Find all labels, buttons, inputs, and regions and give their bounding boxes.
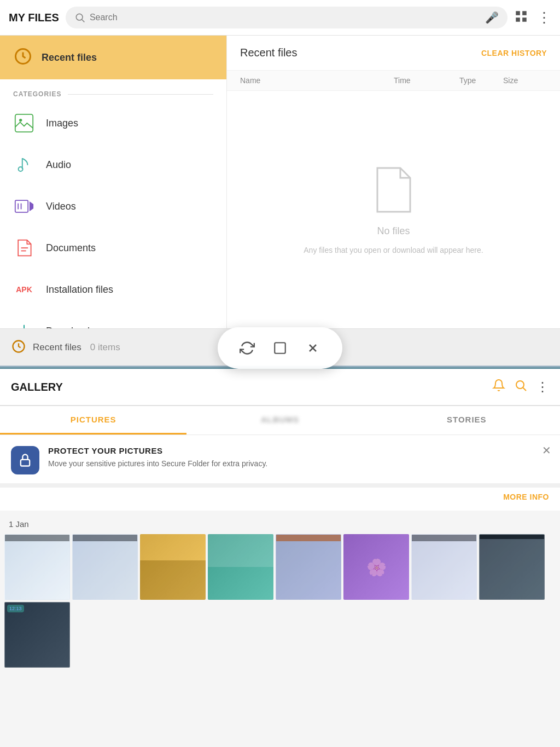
sidebar-item-audio-label: Audio — [46, 159, 71, 171]
svg-rect-20 — [275, 343, 285, 354]
more-info-button[interactable]: MORE INFO — [503, 493, 549, 501]
bell-icon[interactable] — [492, 379, 505, 395]
gallery-thumb-4[interactable] — [208, 534, 273, 600]
content-title: Recent files — [240, 47, 298, 59]
svg-point-23 — [516, 381, 524, 389]
sidebar-item-downloads[interactable]: Downloads — [0, 310, 226, 328]
protect-close-button[interactable]: ✕ — [542, 444, 551, 457]
svg-point-8 — [19, 119, 22, 121]
gallery-thumb-1[interactable] — [4, 534, 70, 600]
downloads-arrow-svg — [15, 321, 33, 328]
tab-albums[interactable]: ALBUMS — [186, 406, 373, 435]
sidebar-item-videos-label: Videos — [46, 201, 76, 212]
gallery-row-2: 12:13 — [4, 602, 556, 668]
sidebar-item-documents[interactable]: Documents — [0, 227, 226, 269]
sidebar-item-images-label: Images — [46, 118, 78, 129]
tab-pictures[interactable]: PICTURES — [0, 406, 186, 435]
status-label: Recent files — [33, 342, 81, 353]
gallery-search-icon[interactable] — [514, 379, 527, 395]
empty-state: No files Any files that you open or down… — [227, 91, 560, 328]
audio-icon — [13, 154, 35, 176]
svg-rect-5 — [522, 18, 527, 22]
videos-icon-svg — [14, 196, 34, 216]
sidebar: Recent files CATEGORIES Images — [0, 36, 227, 328]
gallery-thumb-9[interactable]: 12:13 — [4, 602, 70, 668]
gallery-thumb-7[interactable] — [411, 534, 477, 600]
apk-label-text: APK — [16, 285, 32, 294]
nav-buttons — [218, 327, 342, 369]
grid-view-icon[interactable] — [514, 9, 528, 26]
sidebar-item-videos[interactable]: Videos — [0, 186, 226, 227]
app-title: MY FILES — [9, 11, 59, 24]
protect-title: PROTECT YOUR PICTURES — [48, 446, 549, 455]
svg-marker-12 — [30, 202, 33, 210]
square-button[interactable] — [264, 332, 296, 364]
protect-text: PROTECT YOUR PICTURES Move your sensitiv… — [48, 446, 549, 470]
more-info-section: MORE INFO — [0, 488, 560, 511]
gallery-thumb-3[interactable] — [140, 534, 206, 600]
main-content: Recent files CATEGORIES Images — [0, 36, 560, 328]
gallery-header-icons: ⋮ — [492, 379, 549, 395]
sidebar-item-audio[interactable]: Audio — [0, 144, 226, 186]
no-files-text: No files — [377, 225, 410, 237]
search-bar[interactable]: 🎤 — [66, 7, 508, 28]
gallery-row-1: 🌸 — [4, 534, 556, 600]
apk-icon: APK — [13, 279, 35, 300]
gallery-title: GALLERY — [11, 381, 492, 393]
sidebar-recent-label: Recent files — [42, 52, 97, 63]
tab-stories[interactable]: STORIES — [374, 406, 560, 435]
protect-description: Move your sensitive pictures into Secure… — [48, 459, 549, 470]
protect-banner: PROTECT YOUR PICTURES Move your sensitiv… — [0, 435, 560, 511]
search-input[interactable] — [90, 13, 481, 22]
protect-icon — [11, 446, 39, 474]
audio-icon-svg — [15, 155, 33, 175]
th-size: Size — [503, 76, 547, 85]
table-header: Name Time Type Size — [227, 71, 560, 91]
mic-icon[interactable]: 🎤 — [485, 11, 499, 24]
content-area: Recent files CLEAR HISTORY Name Time Typ… — [227, 36, 560, 328]
th-time: Time — [394, 76, 459, 85]
more-options-icon[interactable]: ⋮ — [537, 9, 551, 26]
content-header: Recent files CLEAR HISTORY — [227, 36, 560, 71]
sidebar-item-installation[interactable]: APK Installation files — [0, 269, 226, 310]
top-bar-icons: ⋮ — [514, 9, 551, 26]
categories-divider — [68, 94, 213, 95]
clear-history-button[interactable]: CLEAR HISTORY — [481, 49, 547, 57]
gallery-grid: 1 Jan 🌸 — [0, 511, 560, 674]
documents-icon — [13, 237, 35, 259]
status-clock-icon — [11, 339, 26, 356]
empty-file-icon — [372, 165, 416, 217]
gallery-thumb-8[interactable] — [479, 534, 545, 600]
gallery-more-icon[interactable]: ⋮ — [536, 379, 549, 395]
recent-clock-icon — [13, 47, 33, 68]
sidebar-item-installation-label: Installation files — [46, 284, 113, 296]
sidebar-item-images[interactable]: Images — [0, 102, 226, 144]
empty-description: Any files that you open or download will… — [290, 246, 496, 254]
gallery-thumb-6[interactable]: 🌸 — [343, 534, 409, 600]
th-type: Type — [459, 76, 503, 85]
gallery-tabs: PICTURES ALBUMS STORIES — [0, 406, 560, 435]
sidebar-item-downloads-label: Downloads — [46, 326, 95, 329]
gallery-section: GALLERY ⋮ PICTURES ALBUMS STORIES — [0, 369, 560, 674]
svg-rect-2 — [516, 11, 520, 15]
downloads-icon — [13, 320, 35, 328]
top-app-bar: MY FILES 🎤 ⋮ — [0, 0, 560, 36]
svg-line-1 — [82, 20, 85, 22]
gallery-thumb-5[interactable] — [276, 534, 341, 600]
svg-rect-3 — [522, 11, 527, 15]
categories-label: CATEGORIES — [13, 90, 61, 98]
svg-point-0 — [76, 14, 83, 20]
videos-icon — [13, 195, 35, 217]
gallery-thumb-2[interactable] — [72, 534, 138, 600]
images-icon — [13, 112, 35, 134]
svg-line-24 — [523, 388, 527, 391]
close-button[interactable] — [296, 332, 329, 364]
sidebar-recent-files[interactable]: Recent files — [0, 36, 226, 79]
documents-icon-svg — [14, 238, 34, 258]
th-name: Name — [240, 76, 394, 85]
refresh-button[interactable] — [231, 332, 264, 364]
search-icon — [74, 12, 85, 23]
svg-rect-7 — [15, 114, 33, 132]
sidebar-item-documents-label: Documents — [46, 242, 96, 254]
status-count: 0 items — [90, 342, 120, 353]
